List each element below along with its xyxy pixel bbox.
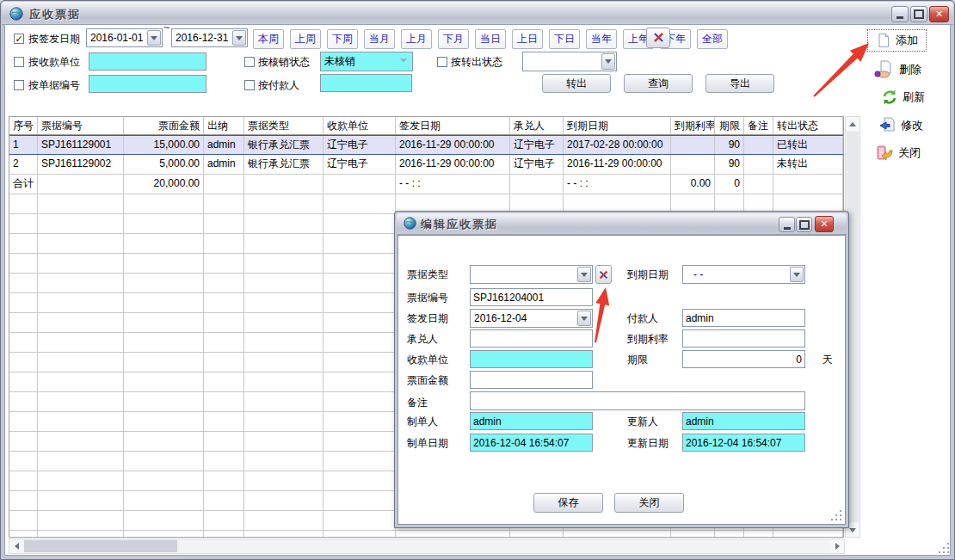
close-window-button[interactable]: 关闭 [875, 144, 921, 163]
bill-type-combo[interactable] [470, 265, 593, 284]
clear-bill-type-button[interactable] [595, 265, 612, 284]
cell[interactable]: 已转出 [773, 136, 843, 154]
quick-range-3[interactable]: 下周 [327, 29, 358, 49]
column-header[interactable]: 票据类型 [244, 117, 323, 134]
cell[interactable]: 银行承兑汇票 [244, 136, 323, 154]
chevron-down-icon[interactable] [232, 30, 246, 46]
quick-range-7[interactable]: 当日 [475, 29, 506, 49]
column-header[interactable]: 票面金额 [124, 117, 204, 134]
modify-button[interactable]: 修改 [879, 117, 923, 134]
date-from-combo[interactable]: 2016-01-01 [86, 28, 163, 47]
add-button[interactable]: 添加 [867, 29, 927, 52]
dialog-minimize-button[interactable] [779, 217, 795, 232]
acceptor-input[interactable] [470, 329, 593, 348]
column-header[interactable]: 票据编号 [38, 117, 124, 134]
cell[interactable]: 辽宁电子 [323, 155, 396, 174]
dialog-close-button[interactable]: ✕ [815, 216, 834, 232]
cell[interactable]: admin [204, 155, 244, 174]
cell[interactable]: 2016-11-29 00:00:00 [396, 136, 510, 154]
cell[interactable]: 辽宁电子 [510, 155, 564, 174]
payer-filter-checkbox[interactable] [244, 80, 255, 90]
quick-range-9[interactable]: 下日 [549, 29, 580, 49]
window-resize-grip[interactable] [940, 544, 950, 554]
horizontal-scroll-thumb[interactable] [24, 540, 177, 552]
writeoff-status-combo[interactable]: 未核销 [320, 52, 413, 71]
transfer-filter-checkbox[interactable] [437, 57, 447, 67]
quick-range-4[interactable]: 当月 [364, 29, 395, 49]
date-filter-checkbox[interactable]: ✓ [14, 34, 24, 44]
quick-range-8[interactable]: 上日 [512, 29, 543, 49]
chevron-down-icon[interactable] [577, 311, 591, 326]
cell[interactable]: 5,000.00 [124, 155, 204, 174]
main-titlebar[interactable]: 应收票据 ✕ [2, 2, 953, 25]
minimize-button[interactable] [891, 6, 909, 22]
quick-range-5[interactable]: 上月 [401, 29, 432, 49]
payer-filter-input[interactable] [320, 74, 412, 92]
column-header[interactable]: 承兑人 [510, 117, 564, 134]
quick-range-6[interactable]: 下月 [438, 29, 469, 49]
cell[interactable]: admin [204, 136, 244, 154]
date-to-combo[interactable]: 2016-12-31 [171, 28, 248, 47]
cell[interactable] [744, 155, 773, 174]
cell[interactable]: 90 [715, 136, 744, 154]
chevron-down-icon[interactable] [577, 267, 591, 282]
column-header[interactable]: 转出状态 [773, 117, 843, 134]
scroll-left-button[interactable] [9, 539, 23, 553]
clear-filter-button[interactable] [646, 28, 670, 48]
cell[interactable]: 未转出 [773, 155, 843, 174]
chevron-down-icon[interactable] [601, 53, 615, 70]
updater-input[interactable] [682, 412, 805, 430]
cell[interactable]: SPJ161129002 [38, 155, 124, 174]
chevron-down-icon[interactable] [147, 30, 161, 46]
writeoff-filter-checkbox[interactable] [244, 57, 255, 67]
column-header[interactable]: 序号 [9, 117, 38, 134]
horizontal-scrollbar[interactable] [9, 538, 845, 554]
dialog-resize-grip[interactable] [832, 511, 842, 521]
payee-unit-input[interactable] [470, 350, 593, 368]
quick-range-2[interactable]: 上周 [290, 29, 321, 49]
face-amount-input[interactable] [470, 371, 593, 389]
cell[interactable]: 辽宁电子 [510, 136, 564, 154]
cell[interactable] [671, 136, 715, 154]
query-button[interactable]: 查询 [624, 74, 693, 93]
transfer-status-combo[interactable] [522, 52, 617, 71]
cell[interactable] [744, 136, 773, 154]
table-row[interactable]: 1SPJ16112900115,000.00admin银行承兑汇票辽宁电子201… [9, 135, 843, 155]
close-button[interactable]: ✕ [929, 6, 949, 22]
quick-range-10[interactable]: 当年 [586, 29, 617, 49]
issue-date-combo[interactable]: 2016-12-04 [470, 309, 593, 328]
cell[interactable]: 辽宁电子 [323, 136, 396, 154]
payee-filter-checkbox[interactable] [14, 57, 24, 67]
column-header[interactable]: 到期日期 [564, 117, 671, 134]
quick-range-1[interactable]: 本周 [253, 29, 284, 49]
chevron-down-icon[interactable] [397, 53, 411, 70]
cell[interactable]: 银行承兑汇票 [244, 155, 323, 174]
docno-filter-input[interactable] [89, 75, 206, 93]
column-header[interactable]: 到期利率 [671, 117, 715, 134]
cell[interactable]: 2017-02-28 00:00:00 [564, 136, 671, 154]
due-date-combo[interactable]: - - [682, 265, 805, 284]
save-button[interactable]: 保存 [533, 493, 603, 513]
transfer-out-button[interactable]: 转出 [542, 74, 611, 93]
bill-no-input[interactable] [470, 288, 593, 306]
term-input[interactable] [682, 350, 805, 368]
scroll-up-button[interactable] [846, 117, 860, 131]
dialog-titlebar[interactable]: 编辑应收票据 ✕ [397, 213, 847, 235]
create-date-input[interactable] [470, 434, 593, 452]
dialog-maximize-button[interactable] [796, 217, 812, 232]
cell[interactable]: 15,000.00 [124, 136, 204, 154]
export-button[interactable]: 导出 [705, 74, 774, 93]
remark-input[interactable] [470, 391, 805, 410]
cell[interactable] [671, 155, 715, 174]
table-row[interactable]: 2SPJ1611290025,000.00admin银行承兑汇票辽宁电子2016… [9, 155, 843, 175]
cell[interactable]: SPJ161129001 [38, 136, 124, 154]
cell[interactable]: 90 [715, 155, 744, 174]
payer-input[interactable] [682, 309, 805, 327]
cell[interactable]: 2016-11-29 00:00:00 [564, 155, 671, 174]
cell[interactable]: 1 [9, 136, 38, 154]
dialog-close-action-button[interactable]: 关闭 [614, 493, 684, 513]
cell[interactable]: 2016-11-29 00:00:00 [396, 155, 510, 174]
column-header[interactable]: 收款单位 [323, 117, 396, 134]
creator-input[interactable] [470, 412, 593, 430]
chevron-down-icon[interactable] [790, 267, 804, 282]
